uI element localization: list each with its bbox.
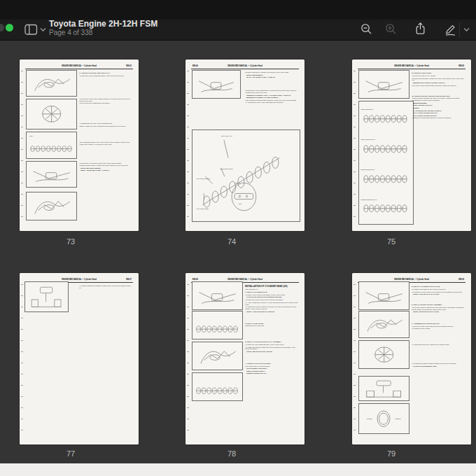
figure-box — [26, 70, 77, 97]
page-number-caption: 79 — [387, 449, 396, 458]
share-icon — [414, 22, 426, 36]
page-text: 5. INSTALL CYLINDER HEAD COVER(a) Instal… — [412, 285, 465, 368]
page-code: EM-64 — [192, 65, 198, 68]
binder-edge-ticks — [354, 71, 356, 227]
figure-label: Valve Rocker Shaft — [197, 208, 209, 209]
figure-box — [192, 311, 243, 340]
sidebar-view-chevron[interactable] — [40, 27, 46, 32]
page-header-title: ENGINE MECHANICAL — Cylinder Head — [62, 65, 97, 67]
page-thumbnail[interactable]: ENGINE MECHANICAL — Cylinder HeadEM-68IN… — [186, 273, 304, 444]
window-title: Toyota Engine 2H-12H FSM — [49, 20, 158, 29]
page-code: EM-65 — [458, 65, 464, 68]
figure-box — [26, 161, 77, 188]
figure-label: Front — [238, 203, 241, 204]
traffic-light-dim[interactable] — [0, 24, 4, 31]
binder-edge-ticks — [21, 284, 23, 440]
title-block: Toyota Engine 2H-12H FSM Page 4 of 338 — [49, 20, 158, 36]
figure-box — [192, 342, 243, 370]
zoom-out-icon — [360, 23, 372, 35]
page-header-title: ENGINE MECHANICAL — Cylinder Head — [227, 65, 262, 67]
figure-box — [358, 281, 410, 310]
zoom-in-button[interactable] — [385, 23, 397, 35]
chevron-down-icon — [40, 27, 46, 32]
preview-window: Toyota Engine 2H-12H FSM Page 4 of 338 — [0, 0, 476, 476]
figure-box: Valve Rocker ArmCompression SpringValve … — [192, 130, 300, 222]
page-code: EM-67 — [126, 279, 132, 281]
figure-label: Ring End — [367, 418, 372, 419]
markup-button[interactable] — [444, 22, 457, 36]
page-header-title: ENGINE MECHANICAL — Cylinder Head — [227, 279, 262, 281]
page-number-caption: 74 — [227, 237, 236, 246]
figure-label: Valve Rocker Support — [197, 178, 210, 179]
figure-box — [358, 376, 410, 401]
figure-box: Front → — [26, 132, 77, 159]
figure-box: Intake Manifold (2H)Intake Manifold (12H… — [358, 101, 414, 225]
figure-box — [26, 192, 77, 220]
figure-box — [24, 281, 69, 312]
sidebar-toggle-icon — [24, 24, 38, 36]
page-header: ENGINE MECHANICAL — Cylinder HeadEM-65 — [359, 65, 464, 68]
figure-box — [26, 99, 77, 130]
figure-label: Compression Spring — [220, 168, 232, 169]
figure-label: Oil Hole — [235, 182, 240, 183]
chevron-down-icon — [463, 27, 470, 32]
page-thumbnail[interactable]: ENGINE MECHANICAL — Cylinder HeadEM-69Ri… — [352, 273, 471, 444]
page-thumbnail[interactable]: ENGINE MECHANICAL — Cylinder HeadEM-64Va… — [186, 59, 304, 231]
figure-label: Valve Rocker Arm — [221, 135, 232, 136]
figure-box — [358, 70, 410, 99]
traffic-light-green[interactable] — [6, 24, 13, 31]
page-code: EM-69 — [458, 279, 464, 281]
header-rule — [191, 69, 299, 69]
markup-menu-chevron[interactable] — [463, 27, 470, 32]
binder-edge-ticks — [21, 71, 23, 227]
page-header: ENGINE MECHANICAL — Cylinder HeadEM-63 — [27, 65, 132, 68]
binder-edge-ticks — [187, 71, 189, 227]
page-header-title: ENGINE MECHANICAL — Cylinder Head — [394, 65, 429, 67]
share-button[interactable] — [414, 22, 426, 36]
header-rule — [25, 69, 133, 69]
binder-edge-ticks — [354, 284, 356, 440]
header-rule — [358, 69, 465, 69]
page-number-caption: 75 — [387, 237, 396, 246]
binder-edge-ticks — [187, 284, 189, 440]
page-text: 14. INSPECT ROCKER ARM AND SHAFT(a) Chec… — [79, 71, 133, 172]
figure-box — [358, 340, 410, 369]
figure-label: Front → — [29, 135, 34, 136]
page-header: ENGINE MECHANICAL — Cylinder HeadEM-64 — [192, 65, 298, 68]
page-text: 15. INSPECT PUSH RODS(a) Place the push … — [412, 71, 465, 120]
figure-box — [192, 372, 243, 401]
window-top-band — [0, 0, 476, 20]
page-text: INSTALLATION OF CYLINDER HEAD (2H)(See p… — [245, 285, 299, 375]
page-number-caption: 78 — [227, 449, 236, 458]
page-text: (c) Using a plastic faced hammer, lightl… — [79, 285, 133, 290]
page-header-title: ENGINE MECHANICAL — Cylinder Head — [62, 279, 97, 281]
page-header-title: ENGINE MECHANICAL — Cylinder Head — [394, 279, 429, 281]
figure-box — [358, 311, 410, 338]
page-thumbnail[interactable]: ENGINE MECHANICAL — Cylinder HeadEM-63Fr… — [20, 59, 139, 231]
figure-label: Ring End — [396, 418, 401, 419]
figure-box — [192, 70, 241, 99]
thumbnail-partial-next-row[interactable] — [0, 463, 476, 476]
page-text: ● Using a micrometer, measure the diamet… — [245, 71, 299, 104]
toolbar: Toyota Engine 2H-12H FSM Page 4 of 338 — [0, 20, 476, 41]
page-thumbnail[interactable]: ENGINE MECHANICAL — Cylinder HeadEM-65In… — [352, 59, 471, 231]
figure-box — [192, 281, 243, 310]
zoom-out-button[interactable] — [360, 23, 372, 35]
markup-pencil-icon — [444, 22, 457, 36]
page-number-caption: 77 — [66, 449, 75, 458]
page-number-caption: 73 — [66, 237, 75, 246]
sidebar-toggle-button[interactable] — [24, 24, 38, 36]
page-indicator: Page 4 of 338 — [49, 29, 158, 36]
page-thumbnail[interactable]: ENGINE MECHANICAL — Cylinder HeadEM-67(c… — [20, 273, 139, 444]
figure-box: Ring EndRing End — [358, 403, 410, 434]
toolbar-separator — [459, 22, 460, 37]
zoom-in-icon — [385, 23, 397, 35]
page-code: EM-63 — [126, 65, 132, 68]
